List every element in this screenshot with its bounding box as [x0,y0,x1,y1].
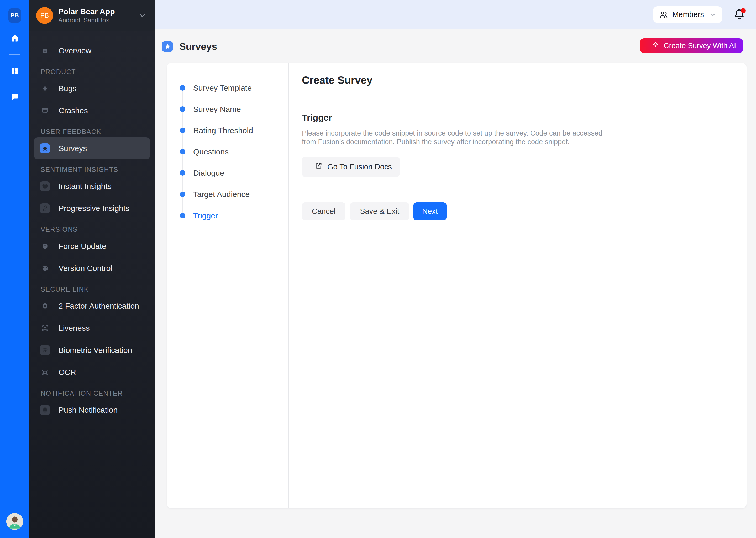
step-dot [180,128,185,133]
overview-icon [40,46,50,56]
bug-icon [40,83,50,93]
sidebar: PB Polar Bear App Android, SandBox Overv… [29,0,155,538]
surveys-star-icon [162,41,173,52]
notification-dot [741,8,746,13]
crash-icon [40,106,50,116]
sidebar-item-label: Version Control [59,264,112,273]
save-and-exit-button[interactable]: Save & Exit [350,202,409,220]
nav-section-secure-link: SECURE LINK [34,284,150,295]
app-switcher[interactable]: PB Polar Bear App Android, SandBox [29,0,155,31]
topbar: Members [155,0,756,29]
app-rail: PB [0,0,29,538]
sidebar-item-progressive-insights[interactable]: Progressive Insights [34,197,150,219]
sidebar-item-2-factor-authentication[interactable]: 2 Factor Authentication [34,295,150,317]
wizard-panel: Create Survey Trigger Please incorporate… [289,63,746,508]
create-survey-card: Survey TemplateSurvey NameRating Thresho… [167,63,746,508]
shield-lock-icon [40,301,50,311]
step-dot [180,149,185,154]
members-label: Members [672,10,704,19]
sidebar-item-label: OCR [59,368,76,377]
sidebar-item-push-notification[interactable]: Push Notification [34,399,150,421]
sidebar-item-biometric-verification[interactable]: Biometric Verification [34,339,150,361]
step-dot [180,85,185,91]
sidebar-item-label: Surveys [59,144,87,153]
rail-divider [9,54,21,55]
sidebar-item-liveness[interactable]: Liveness [34,317,150,339]
main-content: Members Surveys Create Survey With AI Su… [155,0,756,538]
next-button[interactable]: Next [413,202,447,220]
sidebar-item-label: Bugs [59,84,76,93]
create-survey-with-ai-button[interactable]: Create Survey With AI [640,38,743,53]
sidebar-item-surveys[interactable]: Surveys [34,137,150,159]
step-target-audience[interactable]: Target Audience [167,184,288,205]
step-survey-template[interactable]: Survey Template [167,77,288,98]
sidebar-item-bugs[interactable]: Bugs [34,78,150,100]
sidebar-item-overview[interactable]: Overview [34,40,150,62]
user-avatar[interactable] [6,513,23,530]
step-label: Survey Template [193,83,252,92]
step-label: Survey Name [193,105,241,114]
chat-icon[interactable] [7,89,22,104]
step-rating-threshold[interactable]: Rating Threshold [167,120,288,141]
step-label: Target Audience [193,190,250,199]
sidebar-item-crashes[interactable]: Crashes [34,100,150,122]
notifications-button[interactable] [733,9,745,21]
nav-section-versions: VERSIONS [34,224,150,235]
step-dot [180,106,185,112]
workspace-badge[interactable]: PB [8,8,21,23]
sparkle-icon [651,41,660,51]
step-dot [180,170,185,176]
hexagon-arrow-up-icon [40,241,50,251]
step-survey-name[interactable]: Survey Name [167,98,288,120]
heart-icon [40,181,50,191]
members-button[interactable]: Members [653,6,722,23]
go-to-fusion-docs-button[interactable]: Go To Fusion Docs [302,157,400,177]
grid-icon[interactable] [7,64,22,78]
step-dot [180,191,185,197]
external-link-icon [314,162,323,172]
app-avatar: PB [36,7,53,24]
footer-divider [302,190,730,190]
sidebar-item-instant-insights[interactable]: Instant Insights [34,175,150,197]
person-photo-icon [6,513,23,530]
step-label: Questions [193,147,229,156]
wizard-actions: Cancel Save & Exit Next [302,202,730,220]
chevron-down-icon [709,11,717,19]
nav-section-notification-center: NOTIFICATION CENTER [34,388,150,399]
sidebar-item-force-update[interactable]: Force Update [34,235,150,257]
fingerprint-icon [40,345,50,355]
step-questions[interactable]: Questions [167,141,288,162]
link-icon [40,203,50,213]
sidebar-item-label: Instant Insights [59,182,112,191]
cancel-button[interactable]: Cancel [302,202,346,220]
app-root: PB PB Polar Bear App Android, SandBox Ov… [0,0,756,538]
id-card-scan-icon [40,367,50,377]
cube-icon [40,263,50,273]
chevron-down-icon [138,11,147,20]
page-header: Surveys Create Survey With AI [155,29,756,63]
sidebar-nav: OverviewPRODUCTBugsCrashesUSER FEEDBACKS… [29,31,155,421]
page-title: Surveys [179,41,217,53]
star-icon [40,143,50,153]
step-label: Trigger [193,211,218,220]
app-subtitle: Android, SandBox [58,16,138,24]
sidebar-item-version-control[interactable]: Version Control [34,257,150,279]
step-section-title: Trigger [302,112,730,123]
sidebar-item-label: Crashes [59,106,88,115]
sidebar-item-label: Liveness [59,324,89,333]
step-label: Rating Threshold [193,126,253,135]
bell-icon [733,17,745,22]
bell-icon [40,405,50,415]
panel-title: Create Survey [302,74,730,86]
home-icon[interactable] [7,30,22,45]
wizard-stepper: Survey TemplateSurvey NameRating Thresho… [167,63,289,508]
sidebar-item-ocr[interactable]: OCR [34,361,150,383]
step-trigger[interactable]: Trigger [167,205,288,226]
sidebar-item-label: 2 Factor Authentication [59,301,139,310]
step-dialogue[interactable]: Dialogue [167,162,288,184]
nav-section-product: PRODUCT [34,66,150,78]
nav-section-sentiment-insights: SENTIMENT INSIGHTS [34,164,150,175]
people-icon [659,10,668,19]
app-name: Polar Bear App [58,7,138,16]
step-description: Please incorporate the code snippet in s… [302,129,609,146]
